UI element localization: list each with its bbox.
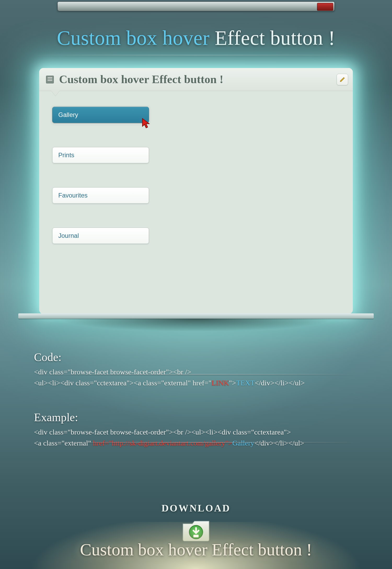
shelf [18,313,374,329]
svg-rect-1 [193,535,199,537]
speech-arrow-icon [51,91,60,96]
window-titlebar [57,2,335,11]
button-label: Gallery [58,111,78,119]
code-heading: Code: [34,351,358,364]
example-line-2: <a class="external" href="http://sk-digi… [34,438,358,449]
custom-box-panel: Custom box hover Effect button ! Gallery… [39,68,353,314]
journal-button[interactable]: Journal [52,228,149,244]
page-title-part-a: Custom box hover [57,26,209,49]
example-line-1: <div class="browse-facet browse-facet-or… [34,427,358,438]
button-label: Prints [58,151,74,159]
divider [31,442,361,443]
page-title: Custom box hover Effect button ! [0,26,392,50]
list-icon [46,76,54,83]
cursor-icon [141,118,152,129]
code-line-1: <div class="browse-facet browse-facet-or… [34,367,358,378]
code-block: Code: <div class="browse-facet browse-fa… [34,351,358,388]
gallery-button[interactable]: Gallery [52,107,149,123]
edit-button[interactable] [337,74,348,85]
folder-download-icon [180,517,212,543]
panel-header: Custom box hover Effect button ! [39,68,353,91]
panel-body: Gallery Prints Favourites Journal [39,91,353,260]
code-line-2: <ul><li><div class="cctextarea"><a class… [34,378,358,388]
page-title-part-b: Effect button ! [215,26,335,49]
footer-title: Custom box hover Effect button ! [0,540,392,560]
divider [31,55,361,55]
download-button[interactable] [180,517,212,543]
prints-button[interactable]: Prints [52,147,149,163]
download-label: DOWNLOAD [0,502,392,514]
button-label: Favourites [58,192,88,199]
download-section: DOWNLOAD [0,502,392,543]
example-heading: Example: [34,411,358,424]
panel-heading: Custom box hover Effect button ! [59,73,223,86]
button-label: Journal [58,232,79,239]
divider [31,374,361,375]
pencil-icon [339,77,345,82]
favourites-button[interactable]: Favourites [52,187,149,204]
